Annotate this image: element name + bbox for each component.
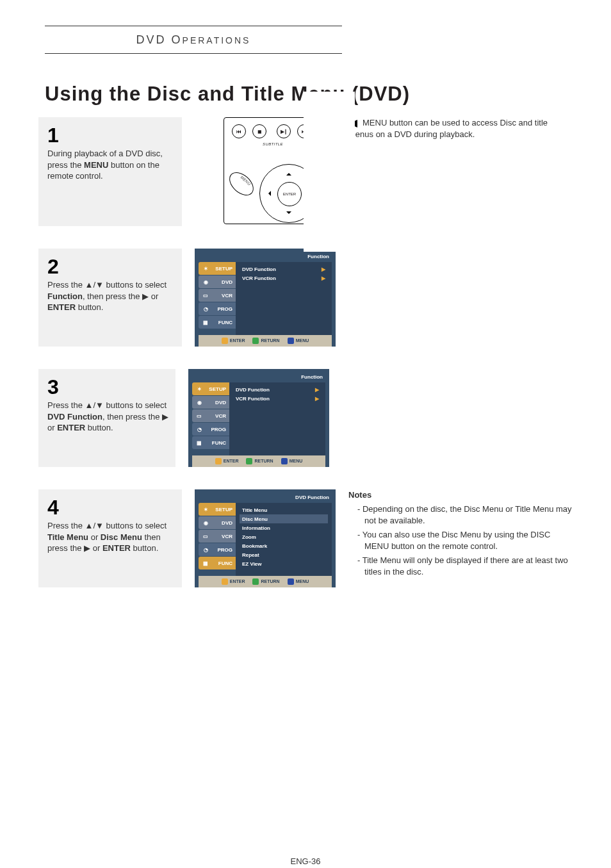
osd4-item-4: Bookmark [240, 541, 328, 550]
osd4-body: Title Menu Disc Menu Information Zoom Bo… [236, 503, 332, 576]
osd3-foot-enter: ENTER [215, 458, 239, 464]
step-2-number: 2 [47, 256, 173, 277]
osd3-foot-return-label: RETURN [254, 459, 273, 463]
step-4-row: 4 Press the ▲/▼ buttons to select Title … [38, 489, 573, 587]
osd-menu-4: DVD Function ✶SETUP ◉DVD ▭VCR ◔PROG ▦FUN… [195, 489, 336, 587]
osd3-tab-setup-label: SETUP [209, 386, 226, 392]
osd4-tab-prog-label: PROG [217, 547, 232, 553]
osd4-foot-return: RETURN [252, 578, 279, 585]
play-pause-button-icon: ▶∥ [277, 124, 291, 138]
osd3-foot-enter-label: ENTER [224, 459, 239, 463]
osd4-footer: ENTER RETURN MENU [199, 576, 332, 587]
step-3-pre: Press the ▲/▼ buttons to select [47, 400, 167, 410]
step-3-body: Press the ▲/▼ buttons to select DVD Func… [47, 400, 173, 434]
notes-item-1: You can also use the Disc Menu by using … [357, 529, 573, 552]
osd3-item-0: DVD Function▶ [233, 385, 322, 394]
clock-icon: ◔ [201, 304, 210, 313]
step-1-row: 1 During playback of a DVD disc, press t… [38, 117, 573, 226]
osd2-foot-menu: MENU [288, 338, 309, 344]
step-3-graphic: Function ✶SETUP ◉DVD ▭VCR ◔PROG ▦FUNC DV… [188, 369, 329, 467]
osd3-item-1: VCR Function▶ [233, 394, 322, 403]
tape-icon: ▭ [201, 291, 210, 300]
osd3-tab-vcr: ▭VCR [192, 409, 229, 422]
osd4-tab-setup-label: SETUP [215, 507, 232, 512]
osd2-foot-enter: ENTER [222, 338, 245, 344]
step-3-post2: button. [85, 423, 113, 432]
osd3-item-1-label: VCR Function [236, 396, 270, 402]
osd3-item-1-arrow-icon: ▶ [315, 396, 319, 402]
step-2-right [348, 249, 573, 347]
dot-enter-icon [222, 338, 228, 344]
dot-menu-icon [281, 458, 288, 464]
step-4-body: Press the ▲/▼ buttons to select Title Me… [47, 520, 173, 554]
dpad-left-icon [266, 191, 271, 196]
step-1-tip: MENU button can be used to access Disc a… [348, 117, 573, 226]
osd2-footer: ENTER RETURN MENU [199, 335, 332, 347]
notes-item-0: Depending on the disc, the Disc Menu or … [357, 504, 573, 527]
dpad-up-icon [286, 170, 291, 176]
gear-icon: ✶ [201, 505, 210, 514]
osd4-item-3-label: Zoom [242, 534, 256, 540]
osd2-tab-vcr-label: VCR [222, 293, 232, 299]
osd3-tab-dvd: ◉DVD [192, 396, 229, 409]
osd4-foot-menu-label: MENU [296, 579, 309, 584]
step-4-bold3: ENTER [102, 543, 131, 553]
osd4-tab-dvd: ◉DVD [199, 516, 236, 529]
osd2-foot-enter-label: ENTER [230, 338, 245, 343]
osd4-tab-func-label: FUNC [218, 561, 232, 566]
osd2-item-0-label: DVD Function [242, 266, 276, 272]
osd4-sidebar: ✶SETUP ◉DVD ▭VCR ◔PROG ▦FUNC [199, 503, 236, 576]
step-4-bold: Title Menu [47, 532, 88, 542]
grid-icon: ▦ [201, 318, 210, 327]
osd3-tab-prog: ◔PROG [192, 423, 229, 436]
osd4-foot-enter: ENTER [222, 578, 245, 585]
notes-heading: Notes [348, 489, 573, 501]
osd4-item-6-label: EZ View [242, 561, 262, 567]
subtitle-label: SUBTITLE [263, 142, 283, 146]
step-1-number: 1 [47, 125, 173, 145]
osd3-foot-menu-label: MENU [289, 459, 303, 463]
osd4-item-5: Repeat [240, 550, 328, 559]
osd3-tab-prog-label: PROG [211, 427, 226, 432]
osd4-tab-setup: ✶SETUP [199, 503, 236, 516]
step-2-bold2: ENTER [47, 302, 76, 312]
dot-return-icon [246, 458, 252, 464]
step-3-row: 3 Press the ▲/▼ buttons to select DVD Fu… [38, 369, 573, 467]
step-4-post2: button. [131, 543, 158, 553]
step-1-body: During playback of a DVD disc, press the… [47, 148, 173, 182]
osd2-foot-return-label: RETURN [261, 338, 279, 343]
osd4-item-4-label: Bookmark [242, 543, 267, 549]
osd3-foot-menu: MENU [281, 458, 303, 464]
step-4-pre: Press the ▲/▼ buttons to select [47, 521, 167, 530]
osd2-sidebar: ✶SETUP ◉DVD ▭VCR ◔PROG ▦FUNC [199, 262, 236, 335]
notes-list: Depending on the disc, the Disc Menu or … [348, 504, 573, 578]
osd2-tab-prog-label: PROG [217, 306, 232, 312]
osd3-header: Function [192, 373, 325, 382]
osd2-tab-dvd-label: DVD [222, 279, 232, 285]
tip-text: MENU button can be used to access Disc a… [348, 118, 548, 139]
disc-icon: ◉ [195, 398, 204, 407]
step-2-post: , then press the ▶ or [83, 291, 158, 301]
disc-icon: ◉ [201, 277, 210, 286]
stop-button-icon: ◼ [252, 124, 266, 138]
step-2-body: Press the ▲/▼ buttons to select Function… [47, 279, 173, 313]
gear-icon: ✶ [201, 264, 210, 273]
enter-button: ENTER [277, 182, 302, 206]
osd4-tab-vcr-label: VCR [222, 534, 232, 539]
header-bar-rest: PERATIONS [183, 35, 251, 45]
osd4-foot-menu: MENU [288, 578, 309, 585]
dot-enter-icon [222, 578, 228, 585]
clock-icon: ◔ [201, 545, 210, 554]
osd2-item-1-label: VCR Function [242, 275, 276, 281]
step-3-bold: DVD Function [47, 412, 102, 422]
step-2-pre: Press the ▲/▼ buttons to select [47, 280, 167, 290]
osd4-tab-func: ▦FUNC [199, 557, 236, 569]
osd4-foot-return-label: RETURN [261, 579, 279, 584]
step-4-notes: Notes Depending on the disc, the Disc Me… [348, 489, 573, 587]
dot-return-icon [252, 338, 259, 344]
step-3-bold2: ENTER [57, 423, 85, 432]
osd4-item-3: Zoom [240, 532, 328, 541]
osd2-tab-dvd: ◉DVD [199, 275, 236, 288]
osd2-body: DVD Function▶ VCR Function▶ [236, 262, 332, 335]
tape-icon: ▭ [201, 532, 210, 541]
